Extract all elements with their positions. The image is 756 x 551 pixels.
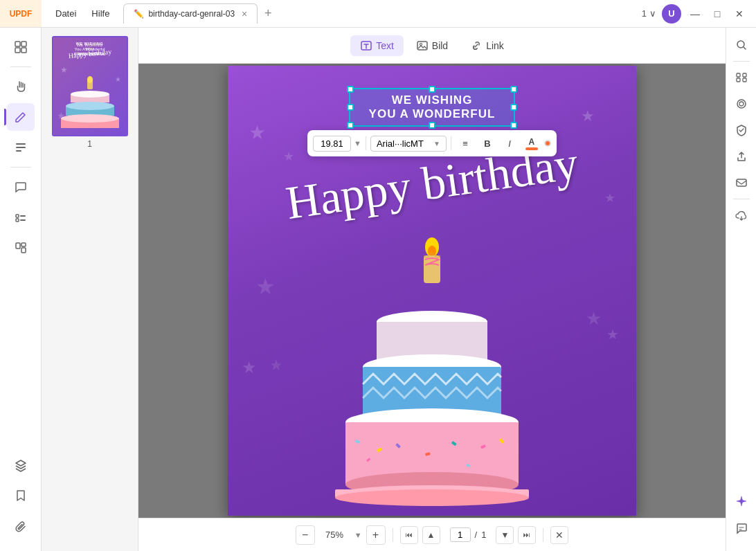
zoom-in-btn[interactable]: + bbox=[366, 525, 386, 545]
page-nav: 1 ∨ bbox=[642, 8, 656, 19]
form-icon[interactable] bbox=[7, 204, 35, 231]
sidebar-divider-2 bbox=[10, 167, 31, 168]
svg-rect-4 bbox=[16, 143, 26, 145]
star-7: ★ bbox=[255, 273, 276, 300]
save-cloud-icon[interactable] bbox=[730, 204, 753, 227]
right-divider-2 bbox=[733, 199, 750, 199]
protect-icon[interactable] bbox=[730, 118, 753, 142]
current-page-input[interactable] bbox=[450, 527, 471, 542]
ft-divider-1 bbox=[366, 136, 366, 150]
edit-tool-icon[interactable] bbox=[7, 103, 35, 131]
menu-bar: Datei Hilfe bbox=[42, 6, 123, 21]
selected-text-box[interactable]: WE WISHING YOU A WONDERFUL bbox=[349, 88, 515, 127]
tab-close-btn[interactable]: × bbox=[242, 8, 247, 19]
compress-icon[interactable] bbox=[730, 92, 753, 116]
svg-rect-8 bbox=[20, 215, 26, 217]
font-family-dropdown[interactable]: Arial···licMT ▼ bbox=[370, 136, 447, 152]
bottom-divider-1 bbox=[393, 528, 393, 542]
close-annotations-btn[interactable]: ✕ bbox=[550, 526, 568, 544]
page-nav-arrow[interactable]: ∨ bbox=[649, 8, 656, 19]
nav-prev-btn[interactable]: ▲ bbox=[422, 526, 440, 544]
ai-sparkle-icon[interactable] bbox=[730, 490, 753, 514]
menu-hilfe[interactable]: Hilfe bbox=[84, 6, 116, 21]
nav-first-btn[interactable]: ⏮ bbox=[400, 526, 418, 544]
resize-mr[interactable] bbox=[510, 104, 517, 111]
email-icon[interactable] bbox=[730, 171, 753, 195]
font-size-input[interactable] bbox=[313, 136, 351, 152]
svg-rect-0 bbox=[15, 42, 20, 46]
text-edit-icon[interactable] bbox=[7, 134, 35, 161]
color-swatch[interactable] bbox=[544, 140, 551, 147]
menu-datei[interactable]: Datei bbox=[48, 6, 83, 21]
titlebar-right: 1 ∨ U — □ ✕ bbox=[642, 4, 756, 24]
bold-btn[interactable]: B bbox=[478, 134, 497, 153]
svg-point-57 bbox=[335, 489, 529, 506]
user-avatar[interactable]: U bbox=[662, 4, 681, 24]
svg-rect-59 bbox=[737, 73, 740, 77]
page-indicator: / 1 bbox=[444, 527, 492, 542]
bottom-bar: − 75% ▼ + ⏮ ▲ / 1 ▼ ⏭ ✕ bbox=[138, 518, 726, 551]
pdf-canvas[interactable]: ▼ Arial···licMT ▼ ≡ B I A bbox=[138, 64, 726, 518]
share-export-icon[interactable] bbox=[730, 145, 753, 168]
nav-next-btn[interactable]: ▼ bbox=[496, 526, 514, 544]
italic-btn[interactable]: I bbox=[500, 134, 519, 153]
bookmark-icon[interactable] bbox=[7, 482, 35, 509]
zoom-out-btn[interactable]: − bbox=[296, 525, 315, 545]
titlebar: UPDF Datei Hilfe ✏️ birthday-card-genral… bbox=[0, 0, 756, 28]
zoom-level-label: 75% bbox=[319, 530, 350, 540]
zoom-dropdown-arrow[interactable]: ▼ bbox=[354, 531, 362, 539]
link-btn-label: Link bbox=[486, 40, 504, 51]
svg-rect-61 bbox=[737, 78, 740, 82]
view-icon[interactable] bbox=[7, 33, 35, 61]
ocr-icon[interactable] bbox=[730, 66, 753, 89]
image-tool-btn[interactable]: Bild bbox=[406, 35, 458, 56]
comment-icon[interactable] bbox=[7, 173, 35, 201]
ft-divider-2 bbox=[451, 136, 451, 150]
resize-ml[interactable] bbox=[347, 104, 354, 111]
attachment-icon[interactable] bbox=[7, 512, 35, 540]
svg-point-63 bbox=[737, 100, 746, 108]
resize-bm[interactable] bbox=[429, 122, 435, 129]
maximize-btn[interactable]: □ bbox=[709, 6, 726, 22]
tab-birthday-card[interactable]: ✏️ birthday-card-genral-03 × bbox=[123, 3, 258, 24]
search-panel-icon[interactable] bbox=[730, 33, 753, 57]
right-divider-1 bbox=[733, 61, 750, 62]
close-btn[interactable]: ✕ bbox=[731, 6, 748, 22]
svg-rect-13 bbox=[21, 248, 26, 253]
resize-bl[interactable] bbox=[347, 122, 354, 129]
thumbnail-image[interactable]: WE WISHING YOU A WONDERFUL Happy birthda… bbox=[52, 36, 128, 136]
resize-tl[interactable] bbox=[347, 86, 354, 93]
organize-icon[interactable] bbox=[7, 234, 35, 262]
resize-tm[interactable] bbox=[429, 86, 435, 93]
svg-rect-2 bbox=[15, 48, 20, 53]
resize-br[interactable] bbox=[510, 122, 517, 129]
minimize-btn[interactable]: — bbox=[687, 6, 703, 22]
svg-point-64 bbox=[739, 102, 744, 106]
cake-illustration bbox=[287, 225, 577, 516]
svg-rect-12 bbox=[21, 243, 26, 246]
link-tool-btn[interactable]: Link bbox=[460, 35, 514, 56]
layers-icon[interactable] bbox=[7, 451, 35, 479]
text-tool-btn[interactable]: Text bbox=[350, 35, 404, 56]
svg-point-15 bbox=[87, 76, 93, 83]
svg-rect-1 bbox=[21, 42, 26, 46]
tab-add-btn[interactable]: + bbox=[259, 5, 277, 23]
color-picker-btn[interactable]: A bbox=[522, 134, 541, 153]
resize-tr[interactable] bbox=[510, 86, 517, 93]
thumbnail-wrapper[interactable]: WE WISHING YOU A WONDERFUL Happy birthda… bbox=[52, 36, 128, 149]
star-4: ★ bbox=[604, 190, 615, 206]
right-sidebar-bottom bbox=[730, 490, 753, 545]
card-text-line2: YOU A WONDERFUL bbox=[360, 107, 504, 121]
font-size-arrow[interactable]: ▼ bbox=[354, 139, 361, 147]
svg-rect-5 bbox=[16, 147, 26, 148]
star-2: ★ bbox=[283, 149, 294, 164]
sidebar-bottom bbox=[7, 451, 35, 545]
hand-tool-icon[interactable] bbox=[7, 73, 35, 100]
star-5: ★ bbox=[242, 358, 257, 377]
sidebar-divider-1 bbox=[10, 66, 31, 67]
nav-last-btn[interactable]: ⏭ bbox=[518, 526, 536, 544]
app-logo: UPDF bbox=[0, 0, 42, 27]
chat-icon[interactable] bbox=[730, 516, 753, 540]
align-btn[interactable]: ≡ bbox=[456, 134, 475, 153]
font-family-arrow[interactable]: ▼ bbox=[433, 140, 440, 147]
